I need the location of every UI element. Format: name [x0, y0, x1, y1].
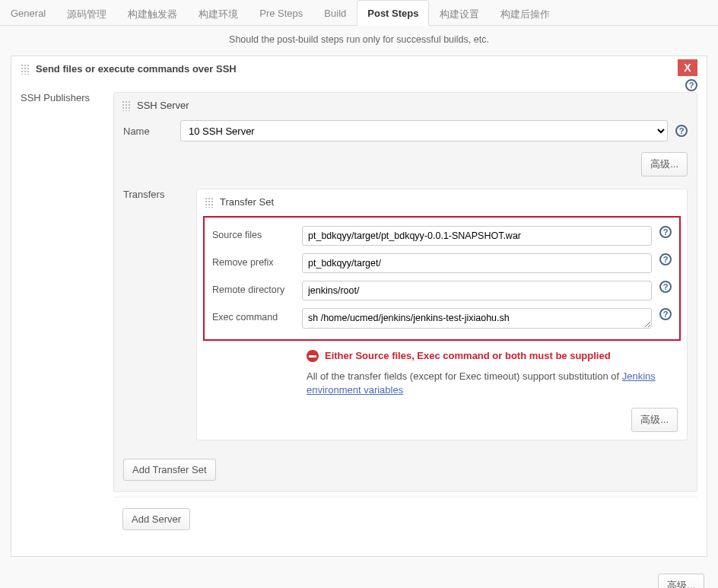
ssh-server-select[interactable]: 10 SSH Server: [180, 120, 668, 141]
remove-prefix-label: Remove prefix: [212, 253, 294, 268]
drag-handle-icon[interactable]: [205, 197, 214, 208]
drag-handle-icon[interactable]: [21, 64, 30, 75]
transfer-info-text: All of the transfer fields (except for E…: [197, 365, 687, 399]
tab-build-env[interactable]: 构建环境: [188, 0, 249, 25]
tab-scm[interactable]: 源码管理: [56, 0, 117, 25]
help-icon[interactable]: ?: [659, 226, 672, 238]
help-icon[interactable]: ?: [675, 125, 688, 137]
ssh-server-advanced-button[interactable]: 高级...: [641, 152, 688, 176]
help-icon[interactable]: ?: [659, 253, 672, 265]
exec-command-input[interactable]: sh /home/ucmed/jenkins/jenkins-test-jixi…: [302, 308, 652, 329]
help-icon[interactable]: ?: [685, 79, 697, 91]
add-server-button[interactable]: Add Server: [122, 508, 190, 530]
tab-general[interactable]: General: [0, 0, 56, 25]
ssh-server-heading: SSH Server: [137, 100, 189, 111]
tab-build-settings[interactable]: 构建设置: [429, 0, 490, 25]
remote-directory-label: Remote directory: [212, 281, 294, 295]
ssh-publishers-label: SSH Publishers: [21, 92, 113, 542]
remove-step-button[interactable]: X: [678, 59, 697, 76]
source-files-input[interactable]: [302, 226, 652, 246]
exec-command-label: Exec command: [212, 308, 294, 323]
tab-post-build[interactable]: 构建后操作: [490, 0, 561, 25]
ssh-server-panel: SSH Server Name 10 SSH Server ? 高级... Tr…: [113, 92, 697, 492]
add-transfer-set-button[interactable]: Add Transfer Set: [123, 459, 216, 481]
help-icon[interactable]: ?: [659, 281, 672, 293]
tab-triggers[interactable]: 构建触发器: [117, 0, 188, 25]
help-icon[interactable]: ?: [659, 308, 672, 320]
remote-directory-input[interactable]: [302, 281, 652, 300]
transfer-fields-highlight: Source files ? Remove prefix ? Remote di…: [203, 216, 681, 341]
section-title: Send files or execute commands over SSH: [36, 63, 237, 75]
tab-post-steps[interactable]: Post Steps: [357, 0, 429, 26]
validation-error: Either Source files, Exec command or bot…: [325, 350, 611, 361]
transfer-set-heading: Transfer Set: [220, 196, 274, 208]
tab-build[interactable]: Build: [313, 0, 357, 25]
name-label: Name: [123, 126, 173, 137]
transfers-label: Transfers: [123, 189, 196, 440]
tab-pre-steps[interactable]: Pre Steps: [249, 0, 313, 25]
publish-over-ssh-section: Send files or execute commands over SSH …: [11, 56, 707, 557]
config-tabs: General 源码管理 构建触发器 构建环境 Pre Steps Build …: [0, 0, 718, 26]
post-steps-subtitle: Should the post-build steps run only for…: [0, 26, 718, 56]
transfer-set-panel: Transfer Set Source files ? Remove prefi…: [196, 189, 688, 440]
drag-handle-icon[interactable]: [122, 100, 131, 111]
transfer-advanced-button[interactable]: 高级...: [631, 408, 678, 432]
source-files-label: Source files: [212, 226, 294, 240]
remove-prefix-input[interactable]: [302, 253, 652, 273]
section-advanced-button[interactable]: 高级...: [658, 574, 704, 588]
error-icon: [307, 350, 319, 362]
